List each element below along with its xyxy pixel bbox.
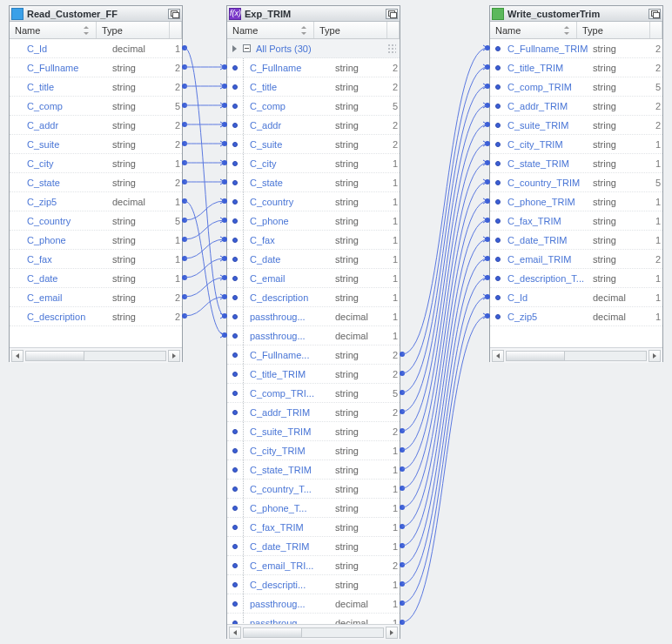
sort-icon[interactable] <box>82 26 91 35</box>
port-row[interactable]: C_Fullname_TRIMstring2 <box>490 39 662 58</box>
port-in-icon[interactable] <box>232 238 238 243</box>
port-row[interactable]: C_phone_T...string1 <box>227 499 400 518</box>
scroll-track[interactable] <box>506 351 647 361</box>
port-row[interactable]: C_countrystring5 <box>10 211 182 231</box>
port-in-icon[interactable] <box>232 429 238 434</box>
port-row[interactable]: C_zip5decimal1 <box>10 192 182 211</box>
port-row[interactable]: C_faxstring1 <box>227 231 400 250</box>
port-row[interactable]: C_titlestring2 <box>10 77 182 97</box>
port-in-icon[interactable] <box>495 46 501 51</box>
port-in-icon[interactable] <box>232 582 238 587</box>
port-row[interactable]: C_fax_TRIMstring1 <box>490 211 662 231</box>
port-in-icon[interactable] <box>495 218 501 224</box>
panel-read[interactable]: Read_Customer_FFNameTypeC_Iddecimal1C_Fu… <box>9 5 183 362</box>
port-row[interactable]: C_date_TRIMstring1 <box>227 537 400 556</box>
panel-write[interactable]: Write_customerTrimNameTypeC_Fullname_TRI… <box>489 5 663 362</box>
port-row[interactable]: C_suite_TRIMstring2 <box>490 116 662 135</box>
port-in-icon[interactable] <box>232 123 238 128</box>
port-row[interactable]: C_suitestring2 <box>227 135 400 154</box>
port-in-icon[interactable] <box>232 372 238 377</box>
port-row[interactable]: C_Fullname...string2 <box>227 345 400 365</box>
port-in-icon[interactable] <box>232 563 238 568</box>
port-row[interactable]: C_Fullnamestring2 <box>227 58 400 77</box>
scroll-thumb[interactable] <box>244 628 302 637</box>
port-row[interactable]: C_suitestring2 <box>10 135 182 154</box>
port-row[interactable]: C_citystring1 <box>10 154 182 173</box>
port-in-icon[interactable] <box>232 621 238 625</box>
port-in-icon[interactable] <box>232 257 238 262</box>
h-scrollbar[interactable] <box>490 347 662 363</box>
port-in-icon[interactable] <box>232 314 238 319</box>
port-row[interactable]: C_city_TRIMstring1 <box>227 441 400 460</box>
col-extra[interactable] <box>170 22 182 38</box>
port-row[interactable]: C_descripti...string1 <box>227 575 400 594</box>
col-extra[interactable] <box>650 22 662 38</box>
port-row[interactable]: C_compstring5 <box>227 97 400 116</box>
port-row[interactable]: C_phone_TRIMstring1 <box>490 192 662 211</box>
port-row[interactable]: C_phonestring1 <box>227 211 400 231</box>
port-in-icon[interactable] <box>495 238 501 243</box>
port-in-icon[interactable] <box>495 84 501 90</box>
scroll-right-icon[interactable] <box>168 350 180 362</box>
scroll-track[interactable] <box>243 627 384 638</box>
port-in-icon[interactable] <box>495 104 501 109</box>
titlebar[interactable]: Read_Customer_FF <box>10 6 182 22</box>
port-in-icon[interactable] <box>495 65 501 70</box>
port-row[interactable]: C_titlestring2 <box>227 77 400 97</box>
port-row[interactable]: passthroug...decimal1 <box>227 326 400 345</box>
port-in-icon[interactable] <box>232 65 238 70</box>
port-row[interactable]: C_datestring1 <box>10 269 182 288</box>
port-row[interactable]: C_suite_TRIMstring2 <box>227 422 400 441</box>
port-row[interactable]: C_citystring1 <box>227 154 400 173</box>
port-in-icon[interactable] <box>232 486 238 492</box>
port-in-icon[interactable] <box>232 410 238 415</box>
port-in-icon[interactable] <box>232 601 238 607</box>
col-type[interactable]: Type <box>314 22 387 38</box>
port-in-icon[interactable] <box>495 123 501 128</box>
port-in-icon[interactable] <box>232 333 238 339</box>
port-row[interactable]: C_Fullnamestring2 <box>10 58 182 77</box>
port-row[interactable]: C_addrstring2 <box>227 116 400 135</box>
port-row[interactable]: C_title_TRIMstring2 <box>490 58 662 77</box>
restore-icon[interactable] <box>386 9 398 19</box>
port-row[interactable]: C_title_TRIMstring2 <box>227 365 400 384</box>
scroll-right-icon[interactable] <box>648 350 661 362</box>
port-in-icon[interactable] <box>495 276 501 281</box>
scroll-left-icon[interactable] <box>492 350 504 362</box>
port-row[interactable]: passthroug...decimal1 <box>227 594 400 614</box>
collapse-icon[interactable] <box>243 44 251 52</box>
group-row[interactable]: All Ports (30) <box>227 39 400 58</box>
port-row[interactable]: C_statestring1 <box>227 173 400 192</box>
port-row[interactable]: C_comp_TRI...string5 <box>227 384 400 403</box>
scroll-thumb[interactable] <box>507 352 565 360</box>
port-row[interactable]: C_emailstring1 <box>227 269 400 288</box>
scroll-right-icon[interactable] <box>386 627 398 639</box>
port-row[interactable]: C_Iddecimal1 <box>10 39 182 58</box>
col-name[interactable]: Name <box>227 22 314 38</box>
scroll-left-icon[interactable] <box>229 627 241 639</box>
port-row[interactable]: C_addrstring2 <box>10 116 182 135</box>
port-row[interactable]: C_description_T...string1 <box>490 269 662 288</box>
port-row[interactable]: passthroug...decimal1 <box>227 614 400 624</box>
scroll-left-icon[interactable] <box>11 350 24 362</box>
scroll-track[interactable] <box>25 351 166 361</box>
col-type[interactable]: Type <box>97 22 170 38</box>
port-in-icon[interactable] <box>495 161 501 166</box>
port-row[interactable]: passthroug...decimal1 <box>227 307 400 326</box>
port-in-icon[interactable] <box>232 391 238 396</box>
port-row[interactable]: C_faxstring1 <box>10 250 182 269</box>
port-row[interactable]: C_state_TRIMstring1 <box>227 460 400 480</box>
port-row[interactable]: C_addr_TRIMstring2 <box>490 97 662 116</box>
scroll-thumb[interactable] <box>26 352 84 360</box>
col-name[interactable]: Name <box>10 22 97 38</box>
titlebar[interactable]: Write_customerTrim <box>490 6 662 22</box>
port-row[interactable]: C_country_T...string1 <box>227 480 400 499</box>
port-row[interactable]: C_descriptionstring1 <box>227 288 400 307</box>
port-row[interactable]: C_phonestring1 <box>10 231 182 250</box>
sort-icon[interactable] <box>562 26 571 35</box>
port-in-icon[interactable] <box>232 448 238 453</box>
port-in-icon[interactable] <box>495 314 501 319</box>
port-row[interactable]: C_email_TRI...string2 <box>227 556 400 575</box>
port-row[interactable]: C_comp_TRIMstring5 <box>490 77 662 97</box>
port-in-icon[interactable] <box>495 180 501 185</box>
